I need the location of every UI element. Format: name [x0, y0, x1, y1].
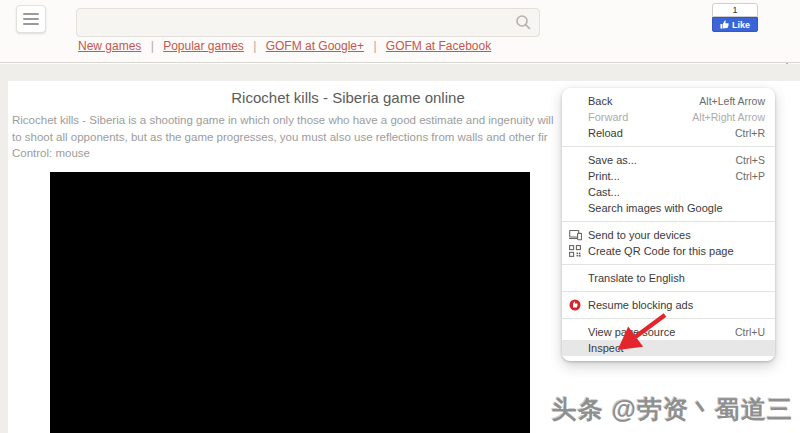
- menu-item-label: Resume blocking ads: [588, 297, 765, 313]
- game-description: Ricochet kills - Siberia is a shooting g…: [12, 112, 560, 162]
- menu-item-label: Translate to English: [588, 270, 765, 286]
- menu-item-label: Cast...: [588, 184, 765, 200]
- context-menu-item-back[interactable]: BackAlt+Left Arrow: [562, 93, 775, 109]
- context-menu-item-cast[interactable]: Cast...: [562, 184, 775, 200]
- menu-item-shortcut: Alt+Right Arrow: [692, 109, 765, 125]
- like-button[interactable]: Like: [712, 17, 758, 32]
- description-line: to shoot all opponents, but as the game …: [12, 129, 560, 146]
- facebook-like-widget: 1 Like: [712, 3, 758, 32]
- nav-links: New games | Popular games | GOFM at Goog…: [78, 39, 491, 53]
- context-menu-item-save-as[interactable]: Save as...Ctrl+S: [562, 152, 775, 168]
- qr-code-icon: [569, 245, 582, 257]
- menu-separator: [562, 264, 775, 265]
- hamburger-menu-button[interactable]: [16, 5, 46, 33]
- watermark-text: 头条 @劳资丶蜀道三: [552, 393, 793, 426]
- context-menu-item-resume-blocking-ads[interactable]: Resume blocking ads: [562, 297, 775, 313]
- menu-item-shortcut: Ctrl+P: [736, 168, 765, 184]
- context-menu-item-send-to-your-devices[interactable]: Send to your devices: [562, 227, 775, 243]
- nav-link-gofm-at-google-[interactable]: GOFM at Google+: [266, 39, 364, 53]
- nav-separator: |: [147, 39, 157, 53]
- site-header: New games | Popular games | GOFM at Goog…: [0, 0, 800, 63]
- menu-item-shortcut: Ctrl+S: [736, 152, 765, 168]
- like-count: 1: [712, 3, 758, 17]
- context-menu-item-search-images-with-google[interactable]: Search images with Google: [562, 200, 775, 216]
- context-menu-item-inspect[interactable]: Inspect: [562, 340, 775, 356]
- search-input[interactable]: [76, 8, 540, 37]
- menu-item-shortcut: Ctrl+U: [735, 324, 765, 340]
- menu-item-label: Save as...: [588, 152, 736, 168]
- nav-link-gofm-at-facebook[interactable]: GOFM at Facebook: [386, 39, 491, 53]
- menu-item-label: Print...: [588, 168, 736, 184]
- thumbs-up-icon: [720, 20, 729, 29]
- nav-link-popular-games[interactable]: Popular games: [163, 39, 244, 53]
- like-button-label: Like: [732, 20, 750, 30]
- adblock-icon: [569, 299, 582, 311]
- browser-page: Ricochet kills - Siberia game online Ric…: [0, 0, 800, 433]
- menu-item-label: Search images with Google: [588, 200, 765, 216]
- menu-separator: [562, 146, 775, 147]
- menu-item-label: Create QR Code for this page: [588, 243, 765, 259]
- nav-separator: |: [250, 39, 260, 53]
- menu-separator: [562, 318, 775, 319]
- context-menu-item-view-page-source[interactable]: View page sourceCtrl+U: [562, 324, 775, 340]
- menu-item-label: Send to your devices: [588, 227, 765, 243]
- nav-separator: |: [370, 39, 380, 53]
- menu-item-label: Back: [588, 93, 699, 109]
- nav-link-new-games[interactable]: New games: [78, 39, 141, 53]
- menu-item-shortcut: Alt+Left Arrow: [699, 93, 765, 109]
- menu-item-label: Inspect: [588, 340, 765, 356]
- menu-item-label: Forward: [588, 109, 692, 125]
- context-menu-item-translate-to-english[interactable]: Translate to English: [562, 270, 775, 286]
- context-menu: BackAlt+Left ArrowForwardAlt+Right Arrow…: [562, 88, 775, 361]
- context-menu-item-reload[interactable]: ReloadCtrl+R: [562, 125, 775, 141]
- menu-separator: [562, 291, 775, 292]
- menu-separator: [562, 221, 775, 222]
- description-line: Ricochet kills - Siberia is a shooting g…: [12, 112, 560, 129]
- context-menu-item-create-qr-code-for-this-page[interactable]: Create QR Code for this page: [562, 243, 775, 259]
- context-menu-item-print[interactable]: Print...Ctrl+P: [562, 168, 775, 184]
- send-to-devices-icon: [569, 229, 582, 241]
- description-line: Control: mouse: [12, 145, 560, 162]
- context-menu-item-forward: ForwardAlt+Right Arrow: [562, 109, 775, 125]
- hamburger-icon: [23, 13, 39, 15]
- menu-item-shortcut: Ctrl+R: [735, 125, 765, 141]
- menu-item-label: View page source: [588, 324, 735, 340]
- menu-item-label: Reload: [588, 125, 735, 141]
- search-icon[interactable]: [515, 14, 532, 31]
- game-canvas[interactable]: [50, 172, 530, 433]
